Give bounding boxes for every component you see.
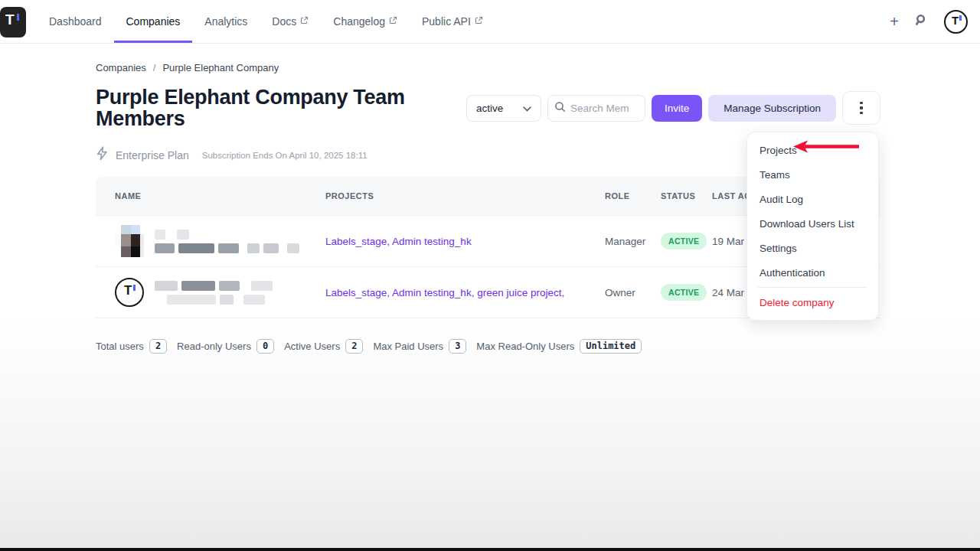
subscription-end-date: Subscription Ends On April 10, 2025 18:1… bbox=[202, 151, 368, 160]
stat-max-readonly-users: Max Read-Only Users Unlimited bbox=[476, 339, 642, 354]
nav-item-changelog[interactable]: Changelog bbox=[321, 0, 410, 43]
project-links[interactable]: Labels_stage, Admin testing_hk bbox=[325, 236, 481, 247]
user-stats-bar: Total users 2 Read-only Users 0 Active U… bbox=[96, 339, 880, 354]
menu-divider bbox=[758, 287, 867, 288]
menu-item-teams[interactable]: Teams bbox=[747, 162, 878, 187]
nav-item-analytics[interactable]: Analytics bbox=[192, 0, 260, 43]
breadcrumb-companies[interactable]: Companies bbox=[96, 62, 146, 73]
avatar-logo-tick bbox=[959, 15, 962, 21]
stat-active-users: Active Users 2 bbox=[284, 339, 363, 354]
bottom-edge-bar bbox=[0, 548, 980, 551]
stat-value: Unlimited bbox=[580, 339, 642, 354]
search-icon bbox=[914, 13, 929, 30]
menu-item-projects[interactable]: Projects bbox=[747, 138, 878, 162]
stat-value: 2 bbox=[345, 339, 363, 354]
status-filter-select[interactable]: active bbox=[466, 95, 541, 122]
status-badge: ACTIVE bbox=[661, 284, 707, 301]
stat-value: 2 bbox=[149, 339, 167, 354]
add-button[interactable]: + bbox=[890, 14, 899, 29]
stat-readonly-users: Read-only Users 0 bbox=[177, 339, 274, 354]
menu-item-download-users-list[interactable]: Download Users List bbox=[747, 211, 878, 236]
avatar: T bbox=[115, 278, 144, 307]
external-link-icon bbox=[475, 16, 483, 24]
invite-button[interactable]: Invite bbox=[652, 95, 702, 122]
logo-letter: T bbox=[5, 12, 15, 27]
nav-item-public-api[interactable]: Public API bbox=[410, 0, 495, 43]
user-avatar[interactable]: T bbox=[944, 10, 968, 34]
avatar bbox=[115, 225, 144, 257]
col-header-name: NAME bbox=[96, 191, 325, 201]
stat-value: 0 bbox=[256, 339, 274, 354]
member-name-cell bbox=[96, 225, 325, 257]
col-header-projects: PROJECTS bbox=[325, 191, 605, 201]
avatar-logo-letter: T bbox=[952, 15, 959, 26]
nav-item-dashboard[interactable]: Dashboard bbox=[37, 0, 114, 43]
redacted-name bbox=[155, 230, 299, 253]
page-title: Purple Elephant Company Team Members bbox=[96, 86, 444, 129]
app-logo[interactable]: T bbox=[0, 7, 26, 37]
lightning-bolt-icon bbox=[96, 146, 109, 164]
manage-subscription-button[interactable]: Manage Subscription bbox=[708, 95, 836, 122]
company-options-menu: Projects Teams Audit Log Download Users … bbox=[746, 132, 879, 321]
breadcrumb-separator: / bbox=[153, 62, 156, 73]
menu-item-authentication[interactable]: Authentication bbox=[747, 260, 878, 285]
project-links[interactable]: Labels_stage, Admin testing_hk, green ju… bbox=[325, 287, 573, 298]
member-name-cell: T bbox=[96, 278, 325, 307]
external-link-icon bbox=[389, 16, 397, 24]
stat-value: 3 bbox=[449, 339, 466, 354]
plan-name: Enterprise Plan bbox=[116, 149, 189, 161]
status-cell: ACTIVE bbox=[661, 284, 712, 301]
kebab-icon bbox=[860, 102, 863, 105]
external-link-icon bbox=[300, 16, 309, 24]
search-icon bbox=[554, 101, 566, 116]
status-cell: ACTIVE bbox=[661, 233, 712, 249]
menu-item-settings[interactable]: Settings bbox=[747, 236, 878, 260]
more-options-button[interactable] bbox=[842, 91, 880, 125]
chevron-down-icon bbox=[523, 103, 531, 114]
stat-total-users: Total users 2 bbox=[96, 339, 167, 354]
nav-item-docs[interactable]: Docs bbox=[260, 0, 321, 43]
col-header-status: STATUS bbox=[661, 191, 712, 201]
global-search-button[interactable] bbox=[914, 13, 929, 30]
redacted-name bbox=[155, 281, 273, 305]
projects-cell: Labels_stage, Admin testing_hk bbox=[325, 234, 605, 249]
status-badge: ACTIVE bbox=[661, 233, 707, 249]
stat-max-paid-users: Max Paid Users 3 bbox=[373, 339, 466, 354]
menu-item-audit-log[interactable]: Audit Log bbox=[747, 187, 878, 211]
top-nav: T Dashboard Companies Analytics Docs Cha… bbox=[0, 0, 980, 44]
role-cell: Manager bbox=[605, 236, 661, 247]
status-filter-value: active bbox=[476, 103, 503, 114]
breadcrumb: Companies / Purple Elephant Company bbox=[96, 62, 880, 73]
logo-tick-icon bbox=[17, 14, 19, 21]
col-header-role: ROLE bbox=[605, 191, 661, 201]
menu-item-delete-company[interactable]: Delete company bbox=[747, 290, 878, 315]
role-cell: Owner bbox=[605, 287, 661, 298]
member-search bbox=[547, 95, 645, 122]
page-header: Purple Elephant Company Team Members act… bbox=[96, 86, 880, 129]
nav-right-actions: + T bbox=[890, 0, 980, 43]
breadcrumb-current[interactable]: Purple Elephant Company bbox=[162, 62, 279, 73]
plus-icon: + bbox=[890, 14, 899, 29]
member-search-input[interactable] bbox=[570, 103, 638, 114]
nav-item-companies[interactable]: Companies bbox=[114, 0, 193, 43]
projects-cell: Labels_stage, Admin testing_hk, green ju… bbox=[325, 285, 605, 300]
page-actions: active Invite Manage Subscription bbox=[466, 86, 880, 129]
primary-nav: Dashboard Companies Analytics Docs Chang… bbox=[37, 0, 495, 43]
